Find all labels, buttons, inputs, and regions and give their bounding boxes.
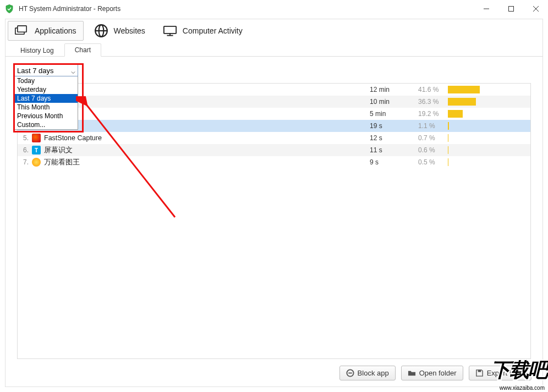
app-shield-icon — [4, 4, 14, 14]
window-title: HT System Administrator - Reports — [19, 5, 474, 13]
save-icon — [475, 369, 484, 377]
monitor-icon — [163, 25, 177, 37]
block-icon — [346, 369, 354, 377]
usage-bar — [448, 86, 530, 93]
block-app-button[interactable]: Block app — [339, 366, 396, 380]
daterange-selected-label: Last 7 days — [17, 67, 54, 75]
usage-time: 9 s — [370, 158, 418, 166]
usage-time: 11 s — [370, 146, 418, 154]
usage-bar — [448, 122, 530, 130]
tab-applications-label: Applications — [35, 26, 76, 35]
daterange-option[interactable]: Previous Month — [15, 112, 78, 120]
export-log-label: Export log... — [487, 369, 525, 377]
daterange-option[interactable]: Last 7 days — [15, 94, 78, 103]
svg-rect-5 — [18, 26, 26, 32]
subtab-chart[interactable]: Chart — [64, 43, 101, 57]
usage-row[interactable]: nistrator10 min36.3 % — [18, 96, 530, 108]
daterange-option[interactable]: Yesterday — [15, 85, 78, 94]
bottom-toolbar: Block app Open folder Export log... — [6, 362, 542, 383]
usage-time: 10 min — [370, 98, 418, 106]
daterange-dropdown[interactable]: Last 7 days TodayYesterdayLast 7 daysThi… — [14, 64, 78, 130]
usage-bar — [448, 98, 530, 106]
open-folder-button[interactable]: Open folder — [401, 366, 463, 380]
subtab-history-log[interactable]: History Log — [10, 44, 64, 57]
usage-percent: 1.1 % — [418, 122, 448, 130]
usage-time: 12 s — [370, 134, 418, 142]
daterange-listbox[interactable]: TodayYesterdayLast 7 daysThis MonthPrevi… — [14, 76, 78, 130]
row-index: 6. — [21, 146, 29, 154]
daterange-option[interactable]: Custom... — [15, 120, 78, 129]
usage-percent: 0.6 % — [418, 146, 448, 154]
tab-websites[interactable]: Websites — [87, 21, 152, 41]
tab-applications[interactable]: Applications — [8, 21, 84, 41]
tab-computer-activity-label: Computer Activity — [183, 26, 243, 35]
usage-percent: 0.5 % — [418, 158, 448, 166]
titlebar: HT System Administrator - Reports — [0, 0, 548, 18]
usage-row[interactable]: 览器5 min19.2 % — [18, 108, 530, 120]
tab-websites-label: Websites — [114, 26, 145, 35]
usage-time: 19 s — [370, 122, 418, 130]
usage-panel: 12 min41.6 %nistrator10 min36.3 %览器5 min… — [17, 83, 531, 359]
app-name: 源管理器 — [44, 122, 370, 131]
folder-icon — [408, 369, 416, 377]
usage-row[interactable]: 源管理器19 s1.1 % — [18, 120, 530, 132]
usage-time: 12 min — [370, 86, 418, 93]
app-icon — [32, 158, 41, 167]
open-folder-label: Open folder — [419, 369, 457, 377]
applications-icon — [15, 25, 29, 37]
app-name: 万能看图王 — [44, 158, 370, 167]
usage-bar — [448, 110, 530, 118]
row-index: 7. — [21, 158, 29, 166]
usage-percent: 0.7 % — [418, 134, 448, 142]
app-name: 览器 — [44, 109, 370, 119]
export-log-button[interactable]: Export log... — [469, 366, 531, 380]
app-name: 屏幕识文 — [44, 146, 370, 155]
app-icon — [32, 134, 41, 142]
minimize-button[interactable] — [474, 1, 498, 17]
daterange-option[interactable]: This Month — [15, 103, 78, 112]
usage-bar — [448, 158, 530, 166]
usage-row[interactable]: 7.万能看图王9 s0.5 % — [18, 156, 530, 168]
svg-rect-9 — [164, 26, 176, 34]
usage-percent: 36.3 % — [418, 98, 448, 106]
usage-row[interactable]: 5.FastStone Capture12 s0.7 % — [18, 132, 530, 144]
globe-icon — [94, 25, 108, 37]
sub-tabs: History Log Chart — [6, 42, 542, 57]
usage-bar — [448, 134, 530, 142]
chevron-down-icon — [71, 68, 75, 73]
usage-time: 5 min — [370, 110, 418, 118]
content-frame: Applications Websites Computer Activity … — [5, 19, 543, 387]
close-button[interactable] — [523, 1, 548, 17]
usage-percent: 19.2 % — [418, 110, 448, 118]
svg-rect-15 — [478, 369, 481, 372]
block-app-label: Block app — [358, 369, 389, 377]
daterange-select[interactable]: Last 7 days — [14, 64, 78, 76]
usage-bar — [448, 146, 530, 154]
usage-percent: 41.6 % — [418, 86, 448, 93]
app-name: FastStone Capture — [44, 134, 370, 142]
svg-rect-1 — [508, 7, 513, 12]
tab-computer-activity[interactable]: Computer Activity — [156, 21, 250, 41]
row-index: 5. — [21, 134, 29, 142]
usage-row[interactable]: 6.T屏幕识文11 s0.6 % — [18, 144, 530, 156]
app-icon: T — [32, 146, 41, 154]
daterange-option[interactable]: Today — [15, 76, 78, 85]
usage-row[interactable]: 12 min41.6 % — [18, 84, 530, 96]
top-nav: Applications Websites Computer Activity — [6, 19, 542, 42]
maximize-button[interactable] — [498, 1, 523, 17]
app-name: nistrator — [44, 98, 370, 106]
